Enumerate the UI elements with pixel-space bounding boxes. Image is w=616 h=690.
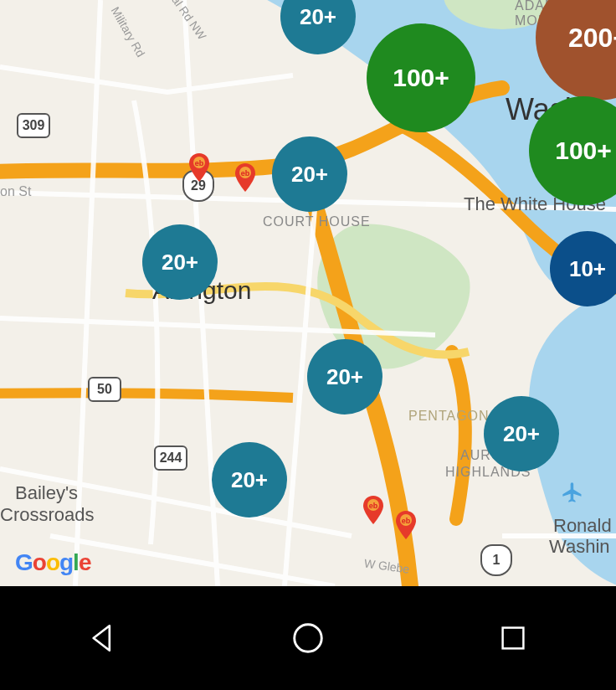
map-pin[interactable]: eb (234, 163, 256, 192)
google-attribution: Google (15, 549, 90, 576)
map-pin[interactable]: eb (362, 496, 384, 524)
map[interactable]: Arlington The White House COURT HOUSE PE… (0, 0, 616, 586)
map-pin[interactable]: eb (395, 511, 417, 539)
route-shield-244: 244 (154, 445, 187, 471)
svg-point-10 (295, 625, 322, 652)
viewport: Arlington The White House COURT HOUSE PE… (0, 0, 616, 690)
svg-text:eb: eb (241, 169, 250, 178)
map-pin[interactable]: eb (188, 153, 210, 182)
road-label-on-st: on St (0, 184, 31, 199)
city-label-baileys-1: Bailey's (15, 482, 78, 504)
back-button[interactable] (84, 619, 122, 657)
cluster-marker[interactable]: 100+ (367, 23, 475, 132)
city-label-baileys-2: Crossroads (0, 504, 94, 526)
cluster-marker[interactable]: 20+ (142, 224, 218, 300)
cluster-marker[interactable]: 20+ (484, 396, 559, 471)
cluster-marker[interactable]: 20+ (307, 339, 382, 415)
home-button[interactable] (289, 619, 327, 657)
route-shield-50: 50 (88, 377, 121, 402)
recent-apps-button[interactable] (494, 619, 532, 657)
svg-rect-11 (503, 628, 524, 649)
district-label-court-house: COURT HOUSE (263, 214, 371, 229)
basemap (0, 0, 616, 586)
android-navbar (0, 586, 616, 690)
poi-label-washin: Washin (549, 536, 610, 558)
district-label-pentagon: PENTAGON (408, 409, 490, 424)
route-shield-309: 309 (17, 113, 50, 138)
poi-label-ronald: Ronald (553, 515, 612, 537)
svg-text:eb: eb (369, 502, 378, 510)
svg-text:eb: eb (195, 159, 204, 167)
svg-text:eb: eb (402, 517, 411, 525)
airplane-icon (561, 481, 584, 504)
cluster-marker[interactable]: 20+ (272, 136, 347, 212)
route-shield-1: 1 (480, 544, 512, 576)
cluster-marker[interactable]: 20+ (212, 442, 287, 518)
